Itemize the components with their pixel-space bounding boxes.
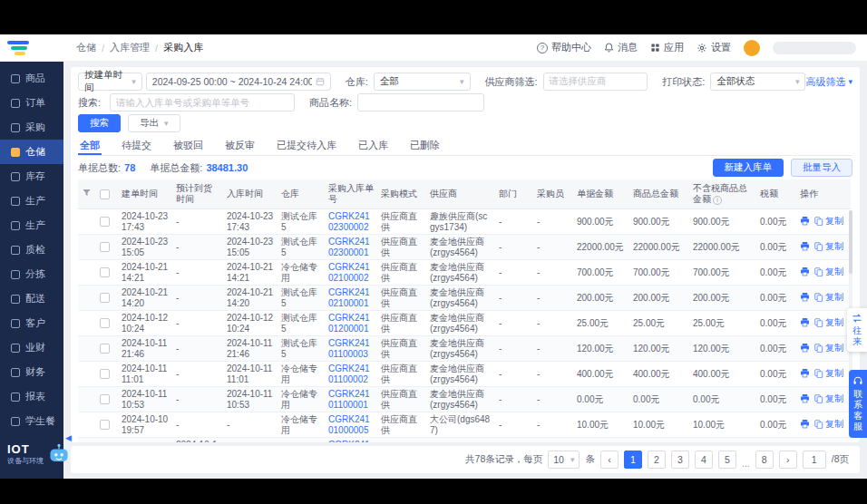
sidebar-item-qc[interactable]: 质检 [0,237,63,262]
copy-button[interactable]: 复制 [813,419,843,430]
company-name-redacted[interactable] [773,42,856,54]
warehouse-select[interactable]: 全部▾ [374,73,471,91]
sidebar-item-orders[interactable]: 订单 [0,91,63,115]
prev-page-button[interactable]: ‹ [600,451,619,469]
copy-button[interactable]: 复制 [813,393,843,404]
sidebar-item-finance[interactable]: 财务 [0,360,63,384]
row-checkbox[interactable] [100,267,110,277]
tab-stored[interactable]: 已入库 [356,136,390,155]
inventory-icon [11,172,20,181]
sidebar-item-purchase[interactable]: 采购 [0,115,63,140]
select-all-checkbox[interactable] [100,189,110,199]
sidebar-item-production-1[interactable]: 生产 [0,189,63,213]
order-number-link[interactable]: CGRK24102100002 [328,262,370,283]
row-checkbox[interactable] [100,318,110,328]
page-button-5[interactable]: 5 [718,451,736,469]
page-jump-input[interactable]: 1 [803,451,826,469]
sidebar-item-inventory[interactable]: 库存 [0,164,63,189]
print-button[interactable] [800,216,810,226]
iot-brand: IOT 设备与环境 [0,437,63,479]
sidebar-item-student-meals[interactable]: 学生餐 [0,409,63,433]
row-checkbox[interactable] [100,217,110,227]
page-button-8[interactable]: 8 [755,451,774,469]
order-number-link[interactable]: CGRK24101200001 [328,313,370,334]
copy-button[interactable]: 复制 [813,216,843,227]
order-number-link[interactable]: CGRK24102300001 [328,237,370,257]
copy-button[interactable]: 复制 [813,368,843,379]
page-button-3[interactable]: 3 [671,451,689,469]
apps-label: 应用 [664,41,684,54]
tab-all[interactable]: 全部 [78,136,102,155]
row-checkbox[interactable] [100,369,110,379]
order-number-link[interactable]: CGRK24101100003 [328,338,370,359]
row-checkbox[interactable] [100,344,110,354]
per-page-select[interactable]: 10▾ [548,451,580,469]
messages-link[interactable]: 消息 [604,41,638,54]
order-number-link[interactable]: CGRK24102100001 [328,287,370,308]
order-number-link[interactable]: CGRK24101000005 [328,414,370,435]
page-button-2[interactable]: 2 [648,451,666,469]
print-button[interactable] [800,317,810,327]
tab-pending-submit[interactable]: 待提交 [120,136,153,155]
sidebar-item-products[interactable]: 商品 [0,66,63,91]
search-button[interactable]: 搜索 [78,114,121,132]
advanced-filter-toggle[interactable]: 高级筛选▾ [805,75,852,89]
supplier-select[interactable]: 请选择供应商 [543,73,648,91]
row-checkbox[interactable] [100,293,110,303]
copy-button[interactable]: 复制 [813,343,843,354]
order-number-link[interactable]: CGRK24102300002 [328,211,370,232]
create-inbound-button[interactable]: 新建入库单 [713,159,784,177]
page-button-4[interactable]: 4 [695,451,713,469]
copy-button[interactable]: 复制 [813,292,843,303]
sidebar-item-sorting[interactable]: 分拣 [0,262,63,286]
order-number-link[interactable]: CGRK24101100001 [328,389,370,410]
order-number-link[interactable]: CGRK24101000004 [328,440,370,442]
sidebar-item-reports[interactable]: 报表 [0,384,63,409]
row-checkbox[interactable] [100,420,110,430]
cell: CGRK24102100002 [325,260,377,286]
sidebar-item-customers[interactable]: 客户 [0,311,63,335]
ledger-float-button[interactable]: 往来 [847,308,867,352]
print-button[interactable] [800,393,810,403]
sidebar-item-warehouse[interactable]: 仓储 [0,140,63,164]
copy-button[interactable]: 复制 [813,317,843,328]
print-button[interactable] [800,343,810,353]
tab-rejected[interactable]: 被驳回 [171,136,205,155]
time-type-select[interactable]: 按建单时间▾ [78,73,142,91]
date-range-input[interactable]: 2024-09-25 00:00 ~ 2024-10-24 24:00 [146,73,331,91]
print-button[interactable] [800,292,810,302]
sidebar-item-production-2[interactable]: 生产 [0,213,63,237]
print-button[interactable] [800,419,810,429]
next-page-button[interactable]: › [779,451,797,469]
product-name-input[interactable] [357,93,484,111]
apps-link[interactable]: 应用 [650,41,684,54]
export-button[interactable]: 导出▾ [128,114,180,132]
contact-support-button[interactable]: 联系客服 [849,370,867,438]
avatar[interactable] [744,40,760,56]
page-button-1[interactable]: 1 [624,451,642,469]
print-button[interactable] [800,241,810,251]
breadcrumb-item-warehouse[interactable]: 仓储 [76,41,96,54]
breadcrumb-item-inbound-mgmt[interactable]: 入库管理 [110,41,150,54]
tab-review-reversed[interactable]: 被反审 [223,136,257,155]
copy-button[interactable]: 复制 [813,267,843,277]
settings-link[interactable]: 设置 [697,41,731,54]
sidebar-item-biz-finance[interactable]: 业财 [0,335,63,360]
filter-funnel-icon[interactable] [82,188,92,198]
row-checkbox[interactable] [100,242,110,252]
copy-button[interactable]: 复制 [813,241,843,252]
batch-import-button[interactable]: 批量导入 [791,159,852,177]
print-button[interactable] [800,368,810,378]
scrollbar-thumb[interactable] [849,210,852,274]
print-button[interactable] [800,267,810,276]
sidebar-item-delivery[interactable]: 配送 [0,286,63,311]
tab-submitted-pending[interactable]: 已提交待入库 [275,136,338,155]
print-status-select[interactable]: 全部状态▾ [710,73,805,91]
column-header-13: 操作 [796,179,851,209]
search-input[interactable] [110,93,295,111]
help-center-link[interactable]: ?帮助中心 [537,41,591,54]
row-checkbox[interactable] [100,394,110,404]
sidebar-collapse-arrow[interactable]: ◀ [65,433,72,442]
order-number-link[interactable]: CGRK24101100002 [328,363,370,384]
tab-deleted[interactable]: 已删除 [408,136,442,155]
